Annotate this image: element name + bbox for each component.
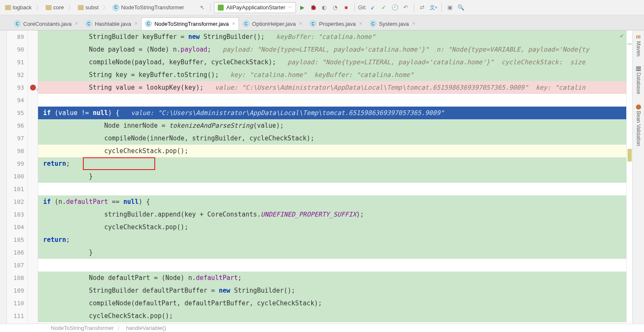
- database-tool[interactable]: Database: [636, 65, 641, 96]
- debug-icon[interactable]: 🐞: [309, 3, 318, 12]
- line-number[interactable]: 109: [7, 284, 24, 297]
- gutter-icon-slot[interactable]: [28, 94, 38, 107]
- gutter-icon-slot[interactable]: [28, 195, 38, 208]
- git-commit-icon[interactable]: ✓: [379, 3, 389, 12]
- breadcrumb-logback[interactable]: logback: [3, 3, 33, 11]
- marker-strip[interactable]: [626, 30, 632, 324]
- tab-coreconstants[interactable]: C CoreConstants.java ×: [10, 17, 82, 30]
- gutter-icon-slot[interactable]: [28, 43, 38, 56]
- status-method[interactable]: handleVariable(): [126, 325, 166, 331]
- code-line[interactable]: return;: [38, 157, 626, 170]
- gutter-icon-slot[interactable]: [28, 119, 38, 132]
- line-number[interactable]: 100: [7, 170, 24, 183]
- tab-hashtable[interactable]: C Hashtable.java ×: [82, 17, 141, 30]
- line-number[interactable]: 97: [7, 132, 24, 145]
- line-number[interactable]: 99: [7, 157, 24, 170]
- close-icon[interactable]: ×: [358, 21, 362, 27]
- line-number[interactable]: 110: [7, 297, 24, 310]
- code-line[interactable]: cycleCheckStack.pop();: [38, 145, 626, 157]
- maven-tool[interactable]: m Maven: [636, 32, 641, 58]
- line-number[interactable]: 108: [7, 272, 24, 284]
- code-line[interactable]: StringBuilder defaultPartBuffer = new St…: [38, 284, 626, 297]
- coverage-icon[interactable]: ◐: [320, 3, 329, 12]
- line-number[interactable]: 98: [7, 145, 24, 157]
- git-rollback-icon[interactable]: ↶: [401, 3, 411, 12]
- code-line[interactable]: stringBuilder.append(key + CoreConstants…: [38, 208, 626, 221]
- line-number[interactable]: 103: [7, 208, 24, 221]
- close-icon[interactable]: ×: [411, 21, 415, 27]
- sync-icon[interactable]: ⇄: [418, 3, 427, 12]
- code-line[interactable]: Node innerNode = tokenizeAndParseString(…: [38, 119, 626, 132]
- line-number[interactable]: 91: [7, 56, 24, 69]
- build-icon[interactable]: ↖: [197, 3, 207, 12]
- close-icon[interactable]: ×: [231, 21, 235, 27]
- breadcrumb-class[interactable]: C NodeToStringTransformer: [111, 3, 186, 12]
- run-icon[interactable]: ▶: [298, 3, 307, 12]
- code-line[interactable]: StringBuilder keyBuffer = new StringBuil…: [38, 30, 626, 43]
- close-icon[interactable]: ×: [74, 21, 78, 27]
- tab-properties[interactable]: C Properties.java ×: [306, 17, 366, 30]
- gutter-icon-slot[interactable]: [28, 56, 38, 69]
- gutter-icon-slot[interactable]: [28, 310, 38, 322]
- code-line[interactable]: [38, 183, 626, 195]
- close-icon[interactable]: ×: [134, 21, 137, 27]
- search-icon[interactable]: 🔍: [456, 3, 466, 12]
- code-line[interactable]: [38, 259, 626, 272]
- line-number[interactable]: 107: [7, 259, 24, 272]
- line-number[interactable]: 96: [7, 119, 24, 132]
- code-line[interactable]: compileNode(payload, keyBuffer, cycleChe…: [38, 56, 626, 69]
- tab-system[interactable]: C System.java ×: [366, 17, 419, 30]
- run-config-selector[interactable]: AliPayApplicationStarter ﹀: [214, 2, 296, 13]
- gutter-icon-slot[interactable]: [28, 221, 38, 233]
- line-number[interactable]: 111: [7, 310, 24, 322]
- code-line[interactable]: }: [38, 170, 626, 183]
- line-number[interactable]: 102: [7, 195, 24, 208]
- gutter-icon-slot[interactable]: [28, 145, 38, 157]
- gutter-icon-slot[interactable]: ?: [28, 81, 38, 94]
- code-line[interactable]: if (value != null) { value: "C:\Users\Ad…: [38, 107, 626, 119]
- code-line[interactable]: compileNode(defaultPart, defaultPartBuff…: [38, 297, 626, 310]
- tab-nodetostring[interactable]: C NodeToStringTransformer.java ×: [141, 17, 239, 30]
- translate-icon[interactable]: 文A: [429, 3, 438, 12]
- line-number[interactable]: 106: [7, 246, 24, 259]
- status-context[interactable]: NodeToStringTransformer: [51, 325, 114, 331]
- gutter-icon-slot[interactable]: [28, 30, 38, 43]
- breakpoint-icon[interactable]: ?: [30, 85, 36, 91]
- line-number[interactable]: 92: [7, 69, 24, 81]
- line-number[interactable]: 101: [7, 183, 24, 195]
- code-editor[interactable]: ✓ StringBuilder keyBuffer = new StringBu…: [38, 30, 626, 324]
- code-line[interactable]: [38, 94, 626, 107]
- gutter-icon-slot[interactable]: [28, 170, 38, 183]
- code-line[interactable]: String key = keyBuffer.toString(); key: …: [38, 69, 626, 81]
- gutter-icon-slot[interactable]: [28, 69, 38, 81]
- code-line[interactable]: cycleCheckStack.pop();: [38, 310, 626, 322]
- git-history-icon[interactable]: 🕘: [390, 3, 400, 12]
- code-line[interactable]: String value = lookupKey(key); value: "C…: [38, 81, 626, 94]
- gutter-icon-slot[interactable]: [28, 297, 38, 310]
- git-update-icon[interactable]: ↙: [368, 3, 378, 12]
- line-number[interactable]: 95: [7, 107, 24, 119]
- gutter-icon-slot[interactable]: [28, 107, 38, 119]
- inspection-ok-icon[interactable]: ✓: [620, 32, 624, 39]
- line-number[interactable]: 104: [7, 221, 24, 233]
- gutter-icon-slot[interactable]: [28, 132, 38, 145]
- tab-optionhelper[interactable]: C OptionHelper.java ×: [239, 17, 306, 30]
- gutter-icon-slot[interactable]: [28, 208, 38, 221]
- gutter-icon-slot[interactable]: [28, 246, 38, 259]
- breadcrumb-subst[interactable]: subst: [76, 3, 100, 11]
- left-tool-strip[interactable]: [0, 30, 7, 324]
- code-line[interactable]: return;: [38, 233, 626, 246]
- gutter-icon-slot[interactable]: [28, 233, 38, 246]
- breadcrumb-core[interactable]: core: [44, 3, 66, 11]
- stop-icon[interactable]: ■: [342, 3, 351, 12]
- gutter-icon-slot[interactable]: [28, 183, 38, 195]
- gutter-icon-slot[interactable]: [28, 272, 38, 284]
- code-line[interactable]: Node payload = (Node) n.payload; payload…: [38, 43, 626, 56]
- line-number[interactable]: 93: [7, 81, 24, 94]
- code-line[interactable]: cycleCheckStack.pop();: [38, 221, 626, 233]
- code-line[interactable]: Node defaultPart = (Node) n.defaultPart;: [38, 272, 626, 284]
- line-number[interactable]: 90: [7, 43, 24, 56]
- code-line[interactable]: compileNode(innerNode, stringBuilder, cy…: [38, 132, 626, 145]
- gutter-icon-slot[interactable]: [28, 157, 38, 170]
- line-number[interactable]: 94: [7, 94, 24, 107]
